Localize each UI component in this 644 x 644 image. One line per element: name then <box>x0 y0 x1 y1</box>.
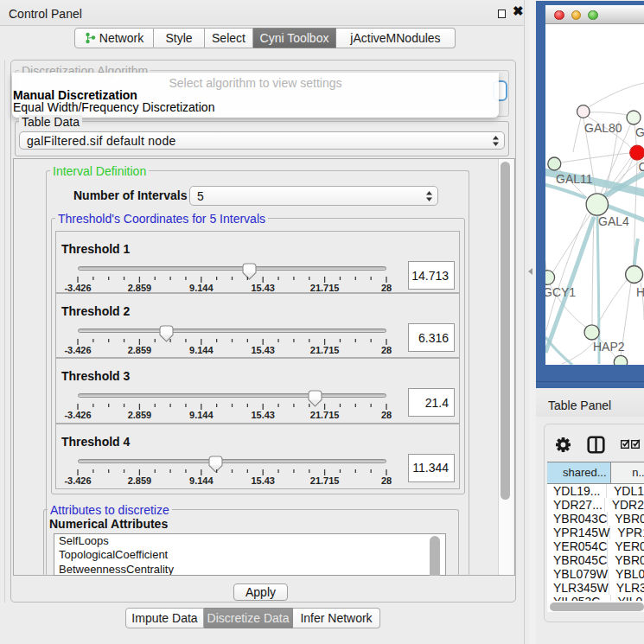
svg-text:H: H <box>636 285 644 299</box>
svg-text:GAL80: GAL80 <box>584 121 622 135</box>
svg-text:GA: GA <box>635 125 644 139</box>
svg-text:GAL4: GAL4 <box>598 214 629 228</box>
svg-text:HAP2: HAP2 <box>593 340 625 354</box>
svg-text:GAL11: GAL11 <box>556 172 593 186</box>
svg-text:C: C <box>639 160 644 174</box>
svg-text:GCY1: GCY1 <box>545 285 576 299</box>
